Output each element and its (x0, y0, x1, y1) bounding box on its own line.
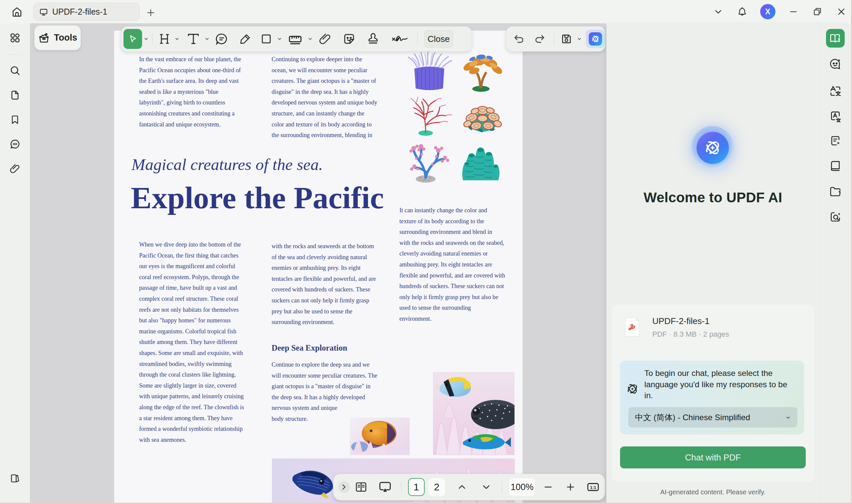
sidebar-item-attachments[interactable] (8, 162, 22, 175)
coral-red-gorgonian-image (404, 96, 454, 137)
welcome-title: Welcome to UPDF AI (606, 190, 819, 205)
close-window-button[interactable] (835, 6, 847, 18)
minimize-button[interactable] (787, 6, 799, 18)
language-select[interactable]: 中文 (简体) - Chinese Simplified (628, 407, 797, 428)
zoom-level-label: 100% (511, 482, 533, 492)
zoom-level[interactable]: 100% (509, 479, 535, 496)
next-page-button[interactable] (474, 482, 498, 492)
ai-panel-rail (819, 24, 851, 504)
chat-with-pdf-button[interactable]: Chat with PDF (620, 447, 806, 468)
text-icon (186, 32, 201, 46)
attach-tool-button[interactable] (313, 32, 337, 46)
book-icon (829, 159, 842, 173)
page-1-button[interactable]: 1 (408, 478, 425, 496)
page-2-button[interactable]: 2 (428, 478, 445, 496)
home-button[interactable] (10, 5, 24, 19)
restore-button[interactable] (811, 6, 823, 18)
heading-tool-button[interactable] (156, 32, 173, 46)
measure-chevron-icon[interactable] (307, 36, 313, 41)
rail-item-translate[interactable] (826, 82, 845, 101)
shapes-chevron-icon[interactable] (277, 36, 282, 41)
rail-item-ai-chat[interactable] (826, 55, 845, 73)
coral-teal-tubes-image (458, 140, 501, 182)
reading-view-button[interactable] (350, 480, 373, 494)
presentation-button[interactable] (373, 480, 398, 494)
magical-heading: Magical creatures of the sea. (131, 155, 323, 174)
rail-item-ai-files[interactable] (826, 182, 845, 201)
photo-reef-fish-group (433, 372, 515, 455)
select-tool-button[interactable] (123, 29, 142, 49)
save-chevron-icon[interactable] (577, 36, 582, 41)
text-tool-button[interactable] (184, 32, 203, 46)
sticker-icon (342, 32, 356, 46)
previous-page-button[interactable] (450, 482, 474, 492)
ai-swirl-icon (625, 381, 640, 397)
sidebar-item-comments[interactable] (8, 138, 22, 151)
actual-size-button[interactable]: 1:1 (582, 480, 605, 494)
tools-button[interactable]: Tools (34, 25, 81, 50)
page-icon (9, 89, 21, 101)
new-tab-button[interactable] (145, 7, 156, 18)
rail-item-ai-search[interactable] (826, 208, 845, 226)
pdf-file-icon (625, 317, 640, 337)
measure-tool-button[interactable] (284, 31, 306, 47)
ai-assistant-button[interactable] (586, 30, 605, 48)
page-2-label: 2 (434, 481, 440, 493)
ai-panel-main: Welcome to UPDF AI UPDF-2-files-1 PDF · … (606, 24, 819, 504)
editing-toolbar: Close (121, 26, 472, 52)
note-sparkle-icon (829, 134, 842, 147)
zoom-out-button[interactable] (537, 482, 559, 492)
expand-toolbar-button[interactable] (338, 481, 350, 493)
paragraph-sec1-col2: Continuing to explore deeper into the oc… (271, 54, 377, 141)
chevron-up-icon (457, 482, 467, 492)
pen-icon (238, 32, 252, 46)
redo-icon (533, 33, 546, 45)
rail-item-summarize[interactable] (826, 131, 845, 150)
notifications-button[interactable] (736, 6, 748, 18)
window-border-bottom (0, 503, 852, 504)
paragraph-col3: It can instantly change the color and te… (400, 205, 505, 324)
sidebar-item-pages[interactable] (8, 89, 22, 102)
pdf-page[interactable]: In the vast embrace of our blue planet, … (114, 31, 522, 504)
titlebar: UPDF-2-files-1 X (0, 0, 852, 23)
presenter-icon (378, 480, 392, 494)
sidebar-item-thumbnails[interactable] (8, 31, 22, 44)
book-sparkle-icon (829, 32, 842, 45)
square-icon (260, 33, 272, 45)
language-selected: 中文 (简体) - Chinese Simplified (635, 412, 750, 423)
left-sidebar (0, 23, 30, 504)
redo-button[interactable] (530, 33, 551, 45)
page-1-label: 1 (414, 481, 419, 493)
zoom-in-button[interactable] (559, 482, 582, 492)
sticker-tool-button[interactable] (337, 32, 361, 46)
folder-sparkle-icon (829, 185, 842, 198)
heading-chevron-icon[interactable] (174, 36, 180, 41)
sidebar-item-appearance[interactable] (8, 472, 22, 485)
signature-tool-button[interactable] (385, 32, 414, 46)
rail-item-ai-reader[interactable] (826, 29, 845, 48)
save-button[interactable] (557, 32, 575, 46)
comment-tool-button[interactable] (210, 32, 234, 46)
chevron-down-icon (713, 7, 723, 17)
sidebar-item-bookmarks[interactable] (8, 113, 22, 126)
sidebar-item-search[interactable] (8, 64, 22, 77)
attachment-icon (319, 32, 332, 46)
undo-button[interactable] (508, 33, 530, 45)
page-title: Explore the Pacific (131, 180, 384, 216)
pen-tool-button[interactable] (234, 32, 257, 46)
stamp-tool-button[interactable] (361, 32, 385, 46)
one-to-one-icon: 1:1 (586, 480, 600, 494)
file-name: UPDF-2-files-1 (652, 316, 710, 326)
shapes-tool-button[interactable] (257, 33, 276, 45)
coral-blue-blossom-image (404, 140, 451, 183)
bookmark-icon (10, 114, 20, 125)
document-tab[interactable]: UPDF-2-files-1 (33, 3, 140, 21)
close-toolbar-button[interactable]: Close (424, 30, 453, 48)
text-chevron-icon[interactable] (205, 36, 210, 41)
avatar[interactable]: X (760, 4, 776, 19)
window-menu-button[interactable] (712, 6, 724, 18)
rail-item-translate-page[interactable] (826, 107, 845, 126)
tab-title: UPDF-2-files-1 (52, 7, 107, 17)
rail-item-book[interactable] (826, 157, 845, 175)
select-tool-chevron-icon[interactable] (143, 36, 149, 41)
